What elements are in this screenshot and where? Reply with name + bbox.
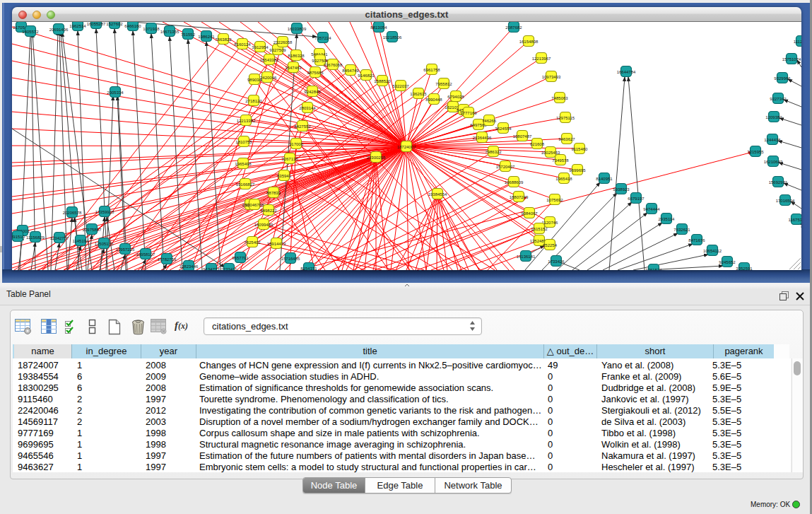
svg-text:20691406: 20691406 <box>49 28 69 32</box>
svg-text:9242845: 9242845 <box>304 90 321 94</box>
svg-text:12505135: 12505135 <box>95 242 114 246</box>
svg-text:9115460: 9115460 <box>572 147 589 151</box>
svg-text:16154808: 16154808 <box>519 40 539 44</box>
svg-text:917006: 917006 <box>289 142 304 146</box>
svg-text:1071918: 1071918 <box>143 27 160 31</box>
svg-text:15692971: 15692971 <box>769 180 788 185</box>
svg-text:10973493: 10973493 <box>542 75 561 79</box>
svg-text:16644784: 16644784 <box>617 70 636 74</box>
svg-text:15720407: 15720407 <box>496 165 515 169</box>
svg-text:8471676: 8471676 <box>688 238 705 243</box>
svg-text:16782759: 16782759 <box>158 257 177 262</box>
svg-text:1588520: 1588520 <box>374 79 391 83</box>
svg-text:8454749: 8454749 <box>342 69 359 73</box>
svg-text:9134773: 9134773 <box>203 267 220 271</box>
svg-text:3267130: 3267130 <box>281 157 298 161</box>
svg-text:9657791: 9657791 <box>232 256 249 260</box>
svg-text:20206578: 20206578 <box>63 211 82 215</box>
svg-text:15716485: 15716485 <box>281 257 300 261</box>
svg-text:16055287: 16055287 <box>87 22 106 26</box>
svg-text:20975867: 20975867 <box>83 228 102 232</box>
svg-text:391510: 391510 <box>12 235 25 239</box>
svg-text:10807487: 10807487 <box>513 134 532 139</box>
svg-text:5322037: 5322037 <box>392 84 409 88</box>
svg-text:1527602: 1527602 <box>106 22 123 26</box>
svg-text:1112446: 1112446 <box>794 40 801 44</box>
svg-text:9084067: 9084067 <box>521 211 538 216</box>
svg-text:7349578: 7349578 <box>552 158 569 163</box>
svg-text:1145194: 1145194 <box>73 239 90 243</box>
svg-text:2718120: 2718120 <box>245 99 262 103</box>
svg-text:8186328: 8186328 <box>288 54 305 58</box>
svg-text:3912954: 3912954 <box>252 45 269 49</box>
svg-text:1075692: 1075692 <box>546 198 563 202</box>
svg-text:9474444: 9474444 <box>643 207 660 211</box>
svg-text:23676068: 23676068 <box>324 63 343 67</box>
svg-text:751552: 751552 <box>181 33 196 37</box>
svg-text:2087682: 2087682 <box>505 25 522 30</box>
svg-text:19384554: 19384554 <box>428 192 447 197</box>
svg-text:10046768: 10046768 <box>245 203 264 207</box>
svg-text:1405572: 1405572 <box>22 30 39 34</box>
svg-text:12213967: 12213967 <box>532 57 551 61</box>
svg-text:746266: 746266 <box>482 119 497 123</box>
svg-text:7485063: 7485063 <box>551 96 568 100</box>
svg-text:12823446: 12823446 <box>180 264 199 269</box>
svg-text:6794028: 6794028 <box>447 95 464 99</box>
svg-text:1244415: 1244415 <box>764 138 781 142</box>
svg-text:1547463: 1547463 <box>285 66 302 70</box>
svg-text:12342757: 12342757 <box>50 236 69 240</box>
svg-text:23300295: 23300295 <box>367 156 386 160</box>
svg-text:1120746: 1120746 <box>542 221 559 225</box>
svg-text:10688609: 10688609 <box>505 180 524 185</box>
svg-text:9498222: 9498222 <box>260 209 277 213</box>
svg-text:9699695: 9699695 <box>569 168 586 173</box>
svg-text:17016504: 17016504 <box>776 199 795 203</box>
svg-text:6466160: 6466160 <box>124 24 141 28</box>
svg-text:1362615: 1362615 <box>410 92 427 96</box>
svg-text:9327509: 9327509 <box>269 48 286 52</box>
svg-text:17957225: 17957225 <box>116 247 135 252</box>
svg-text:16543382: 16543382 <box>260 58 279 62</box>
svg-text:11156829: 11156829 <box>26 235 45 240</box>
svg-text:16671355: 16671355 <box>160 30 180 34</box>
svg-text:9245652: 9245652 <box>719 260 736 264</box>
svg-text:1733426: 1733426 <box>548 259 565 264</box>
svg-text:3215955: 3215955 <box>747 150 764 154</box>
svg-text:18724007: 18724007 <box>397 145 416 149</box>
svg-text:9777169: 9777169 <box>460 111 477 115</box>
svg-text:8990448: 8990448 <box>425 98 442 102</box>
svg-text:9146821: 9146821 <box>358 74 375 78</box>
svg-text:5938923: 5938923 <box>613 187 630 192</box>
svg-text:1965418: 1965418 <box>555 177 572 181</box>
svg-text:7986322: 7986322 <box>485 150 502 154</box>
svg-text:9329966: 9329966 <box>774 76 791 81</box>
svg-text:10654112: 10654112 <box>703 249 722 253</box>
svg-text:252254: 252254 <box>543 243 558 247</box>
svg-text:7761524: 7761524 <box>645 268 662 271</box>
svg-text:19166827: 19166827 <box>236 182 255 187</box>
svg-text:14136141: 14136141 <box>517 255 536 259</box>
svg-text:16099489: 16099489 <box>254 223 273 227</box>
svg-text:16033809: 16033809 <box>288 27 307 31</box>
svg-text:6961758: 6961758 <box>423 68 440 72</box>
svg-text:9227342: 9227342 <box>770 97 787 101</box>
svg-text:19218506: 19218506 <box>383 35 402 40</box>
svg-text:9463627: 9463627 <box>558 137 575 141</box>
svg-text:16210643: 16210643 <box>764 160 783 164</box>
svg-text:7955812: 7955812 <box>435 82 452 86</box>
svg-text:1810755: 1810755 <box>235 140 252 144</box>
svg-text:8160124: 8160124 <box>234 42 251 47</box>
svg-text:621608: 621608 <box>530 142 545 146</box>
svg-text:7663822: 7663822 <box>215 37 232 42</box>
svg-text:535941: 535941 <box>277 174 292 178</box>
svg-text:17359928: 17359928 <box>95 210 114 214</box>
svg-text:6679197: 6679197 <box>628 197 645 201</box>
svg-text:23226058: 23226058 <box>273 40 293 45</box>
svg-text:1615152: 1615152 <box>531 227 548 231</box>
svg-text:7357224: 7357224 <box>314 36 331 40</box>
svg-text:1965498: 1965498 <box>235 162 252 166</box>
svg-text:21364436: 21364436 <box>473 136 492 140</box>
svg-text:10958107: 10958107 <box>136 252 155 257</box>
svg-text:3624554: 3624554 <box>495 127 512 131</box>
